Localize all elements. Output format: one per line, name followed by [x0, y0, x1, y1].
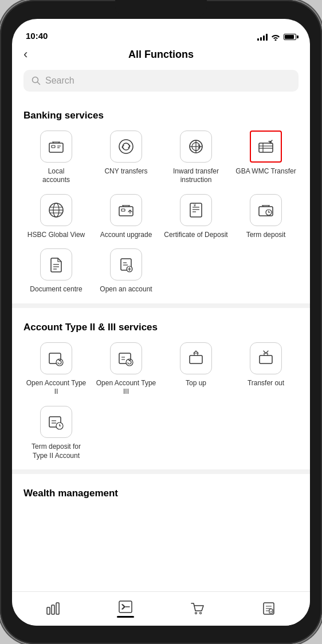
phone-screen: 10:40 ‹ All Fu [12, 19, 310, 626]
grid-item-certificate-deposit[interactable]: ¥ Certificate of Deposit [163, 194, 229, 240]
status-bar: 10:40 [12, 19, 310, 44]
grid-item-open-type-iii[interactable]: Open Account Type III [93, 342, 159, 397]
grid-item-term-deposit-type-ii[interactable]: Term deposit for Type II Account [23, 406, 89, 460]
cny-transfers-icon [110, 131, 142, 163]
grid-item-cny-transfers[interactable]: CNY transfers [93, 131, 159, 185]
status-icons [257, 34, 296, 41]
section-banking-title: Banking services [23, 110, 299, 121]
svg-rect-3 [52, 145, 55, 148]
term-deposit-type-ii-icon [40, 406, 72, 438]
svg-point-50 [56, 359, 63, 366]
svg-rect-29 [190, 203, 202, 217]
cart-icon [190, 602, 205, 615]
inward-transfer-icon [180, 131, 212, 163]
wifi-icon [271, 34, 280, 41]
svg-rect-65 [56, 603, 59, 614]
grid-item-term-deposit[interactable]: Term deposit [233, 194, 299, 240]
inward-transfer-label: Inward transfer instruction [163, 167, 229, 185]
document-centre-icon [40, 248, 72, 280]
open-type-ii-icon [40, 342, 72, 374]
grid-item-local-accounts[interactable]: Localaccounts [23, 131, 89, 185]
doc-icon [261, 602, 276, 615]
hsbc-global-icon [40, 194, 72, 226]
svg-line-1 [38, 82, 40, 84]
section-wealth: Wealth management [12, 479, 310, 513]
chart-icon [46, 602, 61, 615]
top-up-label: Top up [186, 379, 206, 388]
scroll-area[interactable]: Banking services [12, 101, 310, 591]
phone-notch [115, 0, 207, 17]
header: ‹ All Functions [12, 44, 310, 68]
battery-icon [284, 34, 296, 40]
grid-item-document-centre[interactable]: Document centre [23, 248, 89, 294]
nav-item-doc[interactable] [254, 597, 283, 620]
term-deposit-type-ii-label: Term deposit for Type II Account [23, 442, 89, 460]
divider-2 [12, 469, 310, 474]
cny-transfers-label: CNY transfers [104, 167, 147, 176]
open-type-iii-icon [110, 342, 142, 374]
local-accounts-icon [40, 131, 72, 163]
gba-wmc-label: GBA WMC Transfer [235, 167, 296, 176]
certificate-deposit-icon: ¥ [180, 194, 212, 226]
grid-item-hsbc-global[interactable]: HSBC Global View [23, 194, 89, 240]
divider-1 [12, 303, 310, 308]
section-wealth-title: Wealth management [23, 488, 299, 499]
transfer-out-label: Transfer out [248, 379, 284, 388]
svg-text:¥: ¥ [194, 203, 196, 207]
svg-rect-63 [47, 607, 50, 614]
account-type-grid: Open Account Type II [23, 342, 299, 460]
section-account-type-title: Account Type II & III services [23, 322, 299, 333]
open-account-label: Open an account [100, 285, 152, 294]
certificate-deposit-label: Certificate of Deposit [164, 231, 227, 240]
grid-item-open-type-ii[interactable]: Open Account Type II [23, 342, 89, 397]
search-icon [32, 76, 41, 85]
grid-item-account-upgrade[interactable]: Account upgrade [93, 194, 159, 240]
svg-rect-24 [121, 209, 125, 211]
nav-item-list[interactable] [110, 595, 141, 622]
banking-grid: Localaccounts [23, 131, 299, 294]
bottom-nav [12, 591, 310, 626]
phone-shell: 10:40 ‹ All Fu [0, 0, 322, 644]
page-title: All Functions [128, 49, 194, 61]
grid-item-transfer-out[interactable]: Transfer out [233, 342, 299, 397]
hsbc-global-label: HSBC Global View [28, 231, 85, 240]
top-up-icon [180, 342, 212, 374]
open-type-ii-label: Open Account Type II [23, 379, 89, 397]
section-banking: Banking services [12, 101, 310, 299]
gba-wmc-icon [250, 131, 282, 163]
term-deposit-label: Term deposit [246, 231, 286, 240]
term-deposit-icon [250, 194, 282, 226]
svg-rect-64 [52, 605, 54, 614]
signal-icon [257, 34, 268, 41]
search-placeholder: Search [45, 76, 74, 86]
section-account-type: Account Type II & III services O [12, 313, 310, 465]
nav-item-chart[interactable] [39, 597, 68, 620]
grid-item-open-account[interactable]: Open an account [93, 248, 159, 294]
svg-rect-2 [49, 143, 63, 152]
local-accounts-label: Localaccounts [42, 167, 70, 185]
account-upgrade-label: Account upgrade [100, 231, 152, 240]
nav-item-cart[interactable] [183, 597, 212, 620]
document-centre-label: Document centre [30, 285, 82, 294]
svg-rect-56 [260, 355, 272, 364]
account-upgrade-icon [110, 194, 142, 226]
status-time: 10:40 [26, 31, 48, 41]
svg-point-68 [195, 613, 197, 614]
open-account-icon [110, 248, 142, 280]
back-button[interactable]: ‹ [23, 47, 28, 62]
grid-item-inward-transfer[interactable]: Inward transfer instruction [163, 131, 229, 185]
svg-point-69 [200, 613, 202, 614]
search-bar[interactable]: Search [23, 70, 299, 92]
list-icon [118, 600, 133, 614]
open-type-iii-label: Open Account Type III [93, 379, 159, 397]
transfer-out-icon [250, 342, 282, 374]
grid-item-gba-wmc[interactable]: GBA WMC Transfer [233, 131, 299, 185]
svg-rect-55 [190, 355, 202, 364]
svg-rect-14 [259, 143, 273, 152]
svg-point-9 [119, 140, 133, 153]
svg-point-52 [126, 359, 133, 366]
grid-item-top-up[interactable]: Top up [163, 342, 229, 397]
